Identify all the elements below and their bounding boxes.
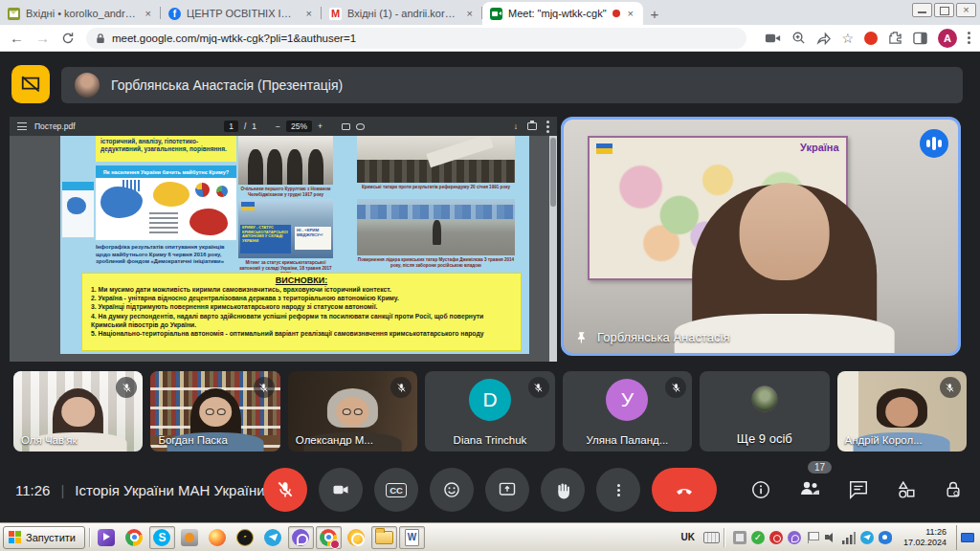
participant-tile[interactable]: Олександр М... (288, 371, 417, 452)
presenter-video-tile[interactable]: Україна Горблянська Анастасія (561, 117, 961, 356)
system-tray: ✓ (728, 531, 897, 544)
taskbar-clock[interactable]: 11:26 17.02.2024 (901, 527, 952, 547)
camera-toggle-button[interactable] (319, 468, 363, 512)
telegram-icon[interactable] (260, 526, 286, 549)
reload-icon[interactable] (61, 32, 75, 45)
viber-icon[interactable] (288, 526, 314, 549)
word-document-icon[interactable]: W (399, 526, 425, 549)
participant-strip: Оля Чав'як Богдан Паска Олександр М... D (0, 371, 980, 452)
pdf-scrollbar[interactable] (549, 136, 557, 362)
url-text: meet.google.com/mjq-wtkk-cgk?pli=1&authu… (112, 33, 356, 44)
eye-protection-tray-icon[interactable] (879, 531, 892, 544)
gmail-icon: M (329, 8, 342, 20)
pdf-filename: Постер.pdf (34, 121, 76, 131)
lock-icon (96, 33, 105, 44)
pdf-more-icon[interactable] (546, 121, 549, 123)
language-indicator[interactable]: UK (677, 530, 700, 544)
chrome-icon[interactable] (122, 526, 147, 549)
host-controls-lock-icon[interactable] (944, 479, 963, 500)
pdf-menu-icon[interactable] (17, 122, 27, 130)
browser-menu-icon[interactable] (968, 32, 970, 34)
skype-icon[interactable]: S (149, 526, 175, 549)
participant-tile[interactable]: Андрій Корол... (837, 371, 967, 452)
pdf-zoom-in-button[interactable]: + (318, 121, 323, 131)
close-window-button[interactable]: × (956, 3, 976, 17)
chrome-profile-icon[interactable] (316, 526, 342, 549)
pdf-download-icon[interactable]: ↓ (514, 121, 518, 131)
camera-in-use-icon[interactable] (765, 32, 781, 45)
participant-name: Олександр М... (296, 434, 373, 446)
end-call-button[interactable] (652, 468, 717, 512)
raise-hand-button[interactable] (541, 468, 585, 512)
zoom-icon[interactable] (791, 31, 806, 45)
amigo-browser-icon[interactable] (344, 526, 369, 549)
participant-tile[interactable]: Богдан Паска (150, 371, 279, 452)
firefox-icon[interactable] (205, 526, 231, 549)
share-icon[interactable] (816, 32, 831, 45)
show-desktop-button[interactable] (956, 525, 977, 550)
profile-avatar[interactable]: A (938, 29, 957, 48)
tab-facebook[interactable]: f ЦЕНТР ОСВІТНІХ ІННОВАЦІЙ | F × (161, 2, 322, 25)
mic-toggle-button[interactable] (263, 468, 307, 512)
overflow-participants-tile[interactable]: Г Ще 9 осіб (700, 371, 829, 452)
viber-tray-icon[interactable] (788, 531, 801, 544)
keyboard-layout-icon[interactable] (703, 532, 720, 543)
file-explorer-icon[interactable] (371, 526, 397, 549)
activities-icon[interactable] (896, 479, 917, 500)
photo-caption: Повернення лідера кримських татар Мустаф… (357, 257, 515, 268)
powerdvd-icon[interactable] (177, 526, 203, 549)
forward-icon[interactable]: → (35, 31, 50, 45)
antivirus-tray-icon[interactable]: ✓ (751, 531, 765, 544)
present-button[interactable] (485, 468, 529, 512)
participant-tile[interactable]: Оля Чав'як (13, 371, 143, 452)
tab-gmail[interactable]: M Вхідні (1) - andrii.korolko@pnu. × (322, 2, 482, 25)
people-icon (798, 477, 821, 498)
close-tab-icon[interactable]: × (304, 8, 314, 19)
minimize-window-button[interactable] (912, 3, 932, 17)
back-icon[interactable]: ← (10, 31, 24, 45)
pdf-rotate-icon[interactable] (356, 123, 365, 130)
tab-title: ЦЕНТР ОСВІТНІХ ІННОВАЦІЙ | F (187, 8, 299, 19)
mic-muted-icon (390, 377, 412, 398)
close-tab-icon[interactable]: × (144, 8, 153, 19)
pdf-page-input[interactable]: 1 (224, 121, 238, 132)
adguard-tray-icon[interactable] (769, 531, 783, 544)
pdf-toolbar: Постер.pdf 1 / 1 − 25% + ↓ (10, 117, 557, 136)
rally-banner-2: НІ - «КРИМ МЕДЖЛІСУ»! (295, 227, 331, 250)
action-center-flag-icon[interactable] (806, 531, 819, 544)
start-button[interactable]: Запустити (3, 526, 85, 549)
pdf-zoom-out-button[interactable]: − (276, 121, 280, 131)
telegram-tray-icon[interactable] (860, 531, 874, 544)
restore-window-button[interactable] (934, 3, 954, 17)
photo-kurultai-1917 (238, 136, 333, 185)
daemon-tools-icon[interactable] (233, 526, 258, 549)
network-signal-icon[interactable] (842, 531, 856, 544)
reactions-button[interactable] (430, 468, 474, 512)
photo-referendum-1991 (357, 136, 515, 183)
videocam-icon (331, 480, 350, 499)
pdf-print-icon[interactable] (527, 122, 537, 130)
tab-ukrnet-mail[interactable]: Вхідні • korolko_andr@ukr.net × (0, 2, 161, 25)
address-bar[interactable]: meet.google.com/mjq-wtkk-cgk?pli=1&authu… (86, 28, 746, 49)
extensions-puzzle-icon[interactable] (888, 31, 902, 45)
clipboard-tray-icon[interactable] (733, 531, 746, 544)
more-options-button[interactable] (596, 468, 640, 512)
pdf-fit-page-icon[interactable] (342, 123, 350, 130)
participants-panel-button[interactable]: 17 (798, 477, 821, 502)
bookmark-star-icon[interactable]: ☆ (841, 31, 854, 46)
volume-icon[interactable] (824, 531, 837, 544)
side-panel-icon[interactable] (913, 32, 927, 45)
meeting-info: 11:26 | Історія України МАН України (15, 457, 265, 522)
kmplayer-icon[interactable] (94, 526, 120, 549)
meeting-details-icon[interactable] (750, 479, 771, 500)
participant-tile[interactable]: У Уляна Паланд... (563, 371, 692, 452)
adblock-extension-icon[interactable] (864, 32, 878, 45)
participant-tile[interactable]: D Diana Trinchuk (425, 371, 554, 452)
new-tab-button[interactable]: + (643, 2, 666, 25)
close-tab-icon[interactable]: × (626, 8, 635, 19)
presentation-warning-button[interactable] (11, 65, 50, 103)
chat-panel-icon[interactable] (848, 479, 869, 500)
tab-meet-active[interactable]: Meet: "mjq-wtkk-cgk" × (482, 2, 643, 25)
close-tab-icon[interactable]: × (465, 8, 475, 19)
captions-button[interactable]: CC (374, 468, 418, 512)
